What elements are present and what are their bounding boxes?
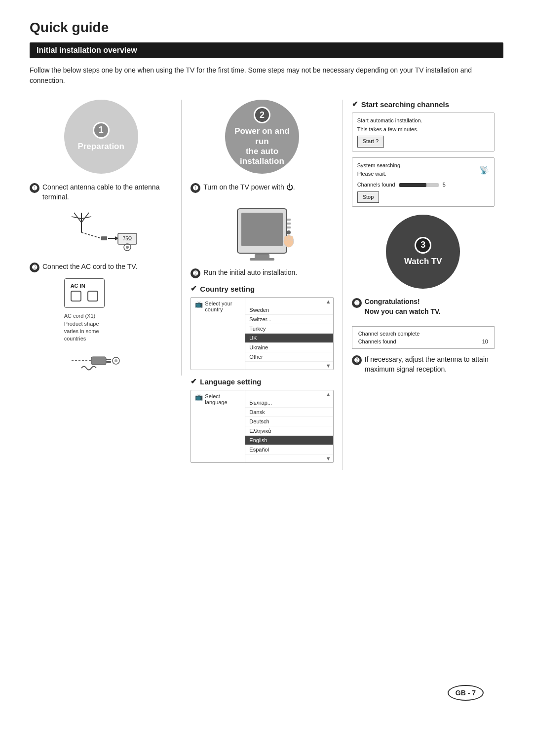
searching-row: System searching. Please wait. 📡 — [357, 161, 489, 179]
searching-text: System searching. Please wait. — [357, 161, 402, 179]
svg-rect-6 — [101, 236, 107, 240]
lang-item-espanol: Español — [245, 445, 333, 454]
svg-rect-14 — [91, 357, 106, 365]
country-item-ukraine: Ukraine — [245, 343, 333, 352]
channels-found-label: Channels found — [357, 181, 395, 189]
country-list-right: ▲ Sweden Switzer... Turkey UK Ukraine Ot… — [245, 298, 333, 370]
congrats-line1: Congratulations! — [365, 298, 441, 305]
step-text-antenna: Connect antenna cable to the antenna ter… — [42, 183, 172, 202]
step-1-preparation: ➊ Connect antenna cable to the antenna t… — [30, 183, 172, 202]
section-header: Initial installation overview — [30, 42, 503, 58]
circle-num-3: 3 — [415, 237, 431, 254]
step-1-power: ➊ Turn on the TV power with ⏻. — [190, 183, 333, 193]
svg-point-26 — [287, 230, 291, 234]
language-list-left: 📺 Select language — [191, 390, 245, 462]
lang-scroll-up: ▲ — [245, 390, 333, 398]
country-item-uk: UK — [245, 334, 333, 343]
progress-row: Channels found 5 — [357, 181, 489, 189]
circle-num-2: 2 — [254, 107, 270, 123]
svg-rect-16 — [106, 361, 111, 363]
channel-complete-box: Channel search complete Channels found 1… — [352, 326, 495, 349]
channel-complete-label: Channel search complete — [358, 331, 488, 337]
language-list-right: ▲ Българ... Dansk Deutsch Ελληνικά Engli… — [245, 390, 333, 462]
step-num-w2: ➋ — [352, 355, 362, 365]
step-congrats: ➊ Congratulations! Now you can watch TV. — [352, 298, 495, 320]
circle-preparation: 1 Preparation — [64, 100, 138, 174]
lang-item-bulgar: Българ... — [245, 398, 333, 408]
ac-cord-box: AC IN — [64, 278, 105, 308]
step-2-power: ➋ Run the initial auto installation. — [190, 268, 333, 278]
country-item-switz: Switzer... — [245, 315, 333, 324]
svg-point-28 — [284, 236, 287, 241]
progress-bar — [399, 183, 439, 187]
svg-rect-20 — [250, 258, 274, 261]
antenna-illustration: 75Ω — [62, 208, 141, 257]
ac-cord-label: AC IN — [71, 283, 98, 289]
svg-point-30 — [290, 236, 293, 241]
progress-bar-fill — [399, 183, 426, 187]
country-setting-label: Country setting — [190, 284, 333, 293]
country-item-sweden: Sweden — [245, 305, 333, 315]
start-install-line1: Start automatic installation. — [357, 116, 489, 125]
step-num-1: ➊ — [30, 183, 39, 193]
lang-item-deutsch: Deutsch — [245, 417, 333, 426]
circle-watch-tv: 3 Watch TV — [386, 215, 460, 289]
scroll-down-arrow: ▼ — [245, 362, 333, 370]
step-text-power: Turn on the TV power with ⏻. — [203, 183, 295, 192]
step-2-preparation: ➋ Connect the AC cord to the TV. — [30, 262, 172, 272]
stop-btn[interactable]: Stop — [357, 191, 380, 203]
tv-illustration — [223, 199, 302, 263]
channel-found-label: Channels found — [358, 339, 396, 344]
country-list-left: 📺 Select your country — [191, 298, 245, 370]
start-install-line2: This takes a few minutes. — [357, 125, 489, 134]
country-item-other: Other — [245, 352, 333, 362]
channel-found-row: Channels found 10 — [358, 339, 488, 344]
page-title: Quick guide — [30, 20, 503, 36]
wifi-icon: 📡 — [479, 164, 489, 177]
circle-num-1: 1 — [93, 122, 110, 139]
channels-found-count: 5 — [443, 181, 446, 189]
main-columns: 1 Preparation ➊ Connect antenna cable to… — [30, 100, 503, 470]
svg-point-29 — [287, 235, 290, 240]
step-antenna-adjust: ➋ If necessary, adjust the antenna to at… — [352, 355, 495, 374]
congrats-block: ➊ Congratulations! Now you can watch TV. — [352, 298, 495, 320]
svg-rect-23 — [287, 219, 291, 221]
start-install-box: Start automatic installation. This takes… — [352, 113, 495, 151]
circle-power-on: 2 Power on and run the auto installation — [225, 100, 299, 174]
col-watch-tv: Start searching channels Start automatic… — [343, 100, 503, 380]
step-text-install: Run the initial auto installation. — [203, 268, 297, 278]
svg-rect-24 — [287, 223, 291, 225]
country-item-turkey: Turkey — [245, 324, 333, 334]
channel-found-count: 10 — [482, 339, 488, 344]
svg-point-18 — [114, 359, 117, 362]
lang-item-greek: Ελληνικά — [245, 426, 333, 436]
language-list-box: 📺 Select language ▲ Българ... Dansk Deut… — [190, 390, 333, 463]
step-num-p1: ➊ — [190, 183, 200, 193]
circle-label-watch-tv: Watch TV — [399, 257, 447, 266]
svg-line-3 — [72, 217, 81, 219]
start-btn[interactable]: Start ? — [357, 136, 384, 148]
step-num-w1: ➊ — [352, 298, 362, 308]
congrats-text-block: Congratulations! Now you can watch TV. — [365, 298, 441, 320]
step-text-antenna-adjust: If necessary, adjust the antenna to atta… — [365, 355, 495, 374]
scroll-up-arrow: ▲ — [245, 298, 333, 305]
congrats-line2: Now you can watch TV. — [365, 307, 441, 315]
start-searching-label: Start searching channels — [352, 100, 495, 109]
svg-point-12 — [126, 246, 129, 249]
plug-illustration — [67, 346, 136, 376]
lang-item-english: English — [245, 436, 333, 445]
col-power-on: 2 Power on and run the auto installation… — [182, 100, 343, 470]
ac-cord-note: AC cord (X1)Product shapevaries in somec… — [64, 312, 138, 343]
step-num-2: ➋ — [30, 263, 39, 272]
col-preparation: 1 Preparation ➊ Connect antenna cable to… — [30, 100, 182, 376]
step-text-ac: Connect the AC cord to the TV. — [42, 262, 137, 272]
circle-label-preparation: Preparation — [73, 142, 129, 151]
country-list-box: 📺 Select your country ▲ Sweden Switzer..… — [190, 297, 333, 370]
lang-scroll-down: ▼ — [245, 454, 333, 462]
step-num-p2: ➋ — [190, 268, 200, 278]
svg-line-5 — [81, 232, 101, 238]
svg-rect-22 — [241, 213, 283, 246]
svg-text:75Ω: 75Ω — [122, 236, 132, 241]
circle-label-power-on: Power on and run the auto installation — [225, 126, 299, 167]
svg-rect-15 — [106, 359, 111, 360]
